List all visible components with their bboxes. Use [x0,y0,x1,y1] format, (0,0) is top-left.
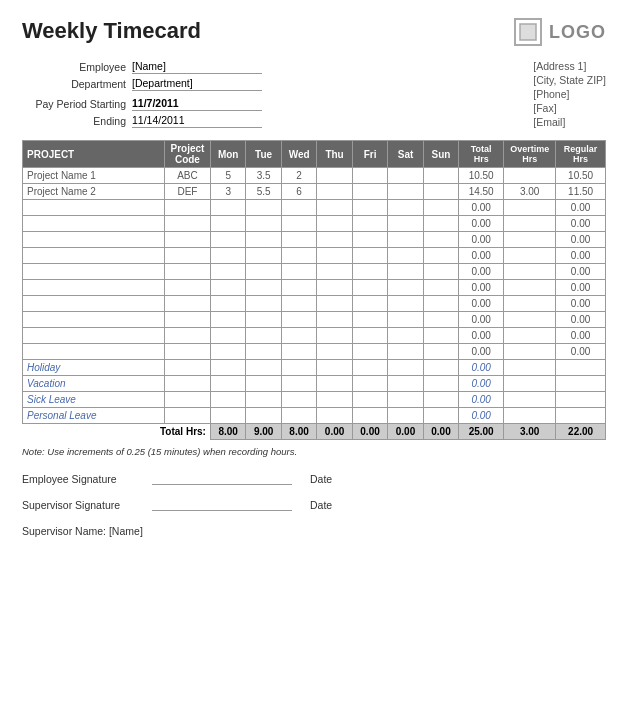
cell-total: 0.00 [459,248,504,264]
pay-start-label: Pay Period Starting [22,98,132,110]
contact-info: [Address 1] [City, State ZIP] [Phone] [F… [533,60,606,128]
cell-regular: 11.50 [556,184,606,200]
cell-code [164,296,210,312]
cell-project [23,312,165,328]
cell-fri [352,408,387,424]
cell-wed [281,360,316,376]
total-total: 25.00 [459,424,504,440]
cell-sat [388,168,423,184]
total-mon: 8.00 [210,424,245,440]
cell-tue [246,312,281,328]
cell-thu [317,248,352,264]
department-label: Department [22,78,132,90]
table-row: Sick Leave0.00 [23,392,606,408]
cell-project: Vacation [23,376,165,392]
cell-total: 0.00 [459,232,504,248]
cell-mon [210,408,245,424]
cell-mon: 5 [210,168,245,184]
total-tue: 9.00 [246,424,281,440]
cell-tue [246,280,281,296]
th-fri: Fri [352,141,387,168]
cell-regular: 0.00 [556,264,606,280]
cell-sun [423,232,458,248]
cell-fri [352,296,387,312]
cell-sat [388,312,423,328]
table-row: 0.000.00 [23,216,606,232]
cell-total: 14.50 [459,184,504,200]
cell-project: Holiday [23,360,165,376]
table-row: Holiday0.00 [23,360,606,376]
cell-wed [281,296,316,312]
svg-rect-1 [520,24,536,40]
cell-tue [246,296,281,312]
cell-thu [317,216,352,232]
cell-sat [388,344,423,360]
cell-tue [246,216,281,232]
cell-thu [317,168,352,184]
signature-section: Employee Signature Date Supervisor Signa… [22,473,606,537]
pay-end-value: 11/14/2011 [132,114,262,128]
cell-code [164,280,210,296]
page-header: Weekly Timecard LOGO [22,18,606,46]
cell-sat [388,328,423,344]
cell-tue [246,392,281,408]
table-row: 0.000.00 [23,312,606,328]
employee-sig-line [152,484,292,485]
cell-total: 0.00 [459,328,504,344]
cell-fri [352,360,387,376]
cell-project [23,200,165,216]
cell-regular: 0.00 [556,344,606,360]
cell-sat [388,360,423,376]
cell-regular: 10.50 [556,168,606,184]
pay-start-value: 11/7/2011 [132,97,262,111]
cell-total: 0.00 [459,216,504,232]
cell-sun [423,184,458,200]
cell-mon [210,232,245,248]
table-row: 0.000.00 [23,344,606,360]
cell-wed [281,280,316,296]
cell-code [164,376,210,392]
cell-mon [210,248,245,264]
cell-sat [388,200,423,216]
cell-overtime [504,264,556,280]
logo-text: LOGO [549,22,606,43]
email: [Email] [533,116,606,128]
cell-sun [423,408,458,424]
cell-total: 0.00 [459,280,504,296]
cell-project [23,248,165,264]
address1: [Address 1] [533,60,606,72]
cell-project: Project Name 2 [23,184,165,200]
table-row: 0.000.00 [23,200,606,216]
cell-sun [423,248,458,264]
cell-tue: 3.5 [246,168,281,184]
cell-code [164,328,210,344]
cell-fri [352,280,387,296]
totals-row: Total Hrs: 8.00 9.00 8.00 0.00 0.00 0.00… [23,424,606,440]
cell-sun [423,392,458,408]
cell-tue [246,232,281,248]
cell-total: 0.00 [459,360,504,376]
cell-tue [246,408,281,424]
cell-code [164,312,210,328]
table-row: Vacation0.00 [23,376,606,392]
cell-sat [388,376,423,392]
cell-sun [423,264,458,280]
info-section: Employee [Name] Department [Department] … [22,60,606,128]
cell-thu [317,232,352,248]
page-title: Weekly Timecard [22,18,201,44]
cell-sun [423,296,458,312]
table-row: Project Name 2DEF35.5614.503.0011.50 [23,184,606,200]
cell-project [23,232,165,248]
cell-mon [210,376,245,392]
cell-project [23,216,165,232]
cell-sun [423,328,458,344]
th-sat: Sat [388,141,423,168]
cell-wed [281,264,316,280]
emp-date-label: Date [310,473,332,485]
supervisor-name-row: Supervisor Name: [Name] [22,525,606,537]
phone: [Phone] [533,88,606,100]
cell-code [164,232,210,248]
cell-wed [281,312,316,328]
cell-sat [388,216,423,232]
table-row: 0.000.00 [23,232,606,248]
